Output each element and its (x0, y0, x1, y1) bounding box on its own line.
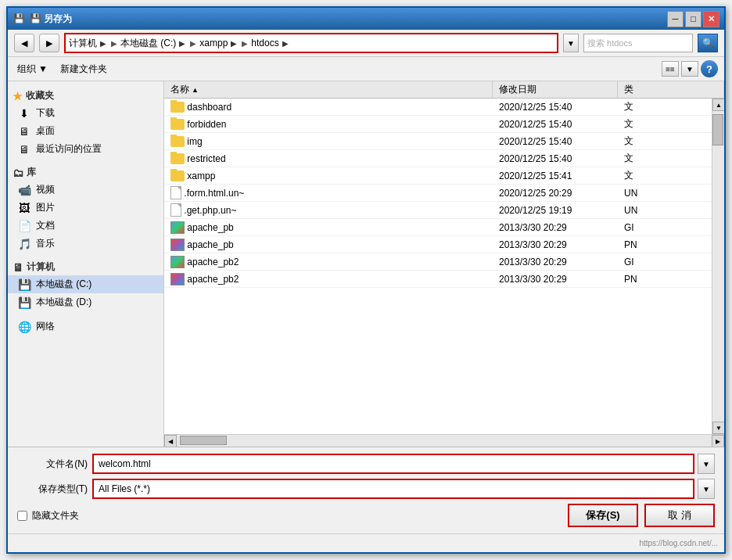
address-bar[interactable]: 计算机 ▶ ▶ 本地磁盘 (C:) ▶ ▶ xampp ▶ ▶ htdocs ▶ (64, 33, 558, 53)
table-row[interactable]: dashboard 2020/12/25 15:40 文 (164, 99, 712, 116)
table-row[interactable]: apache_pb 2013/3/30 20:29 GI (164, 219, 712, 236)
hide-folder-checkbox[interactable] (17, 511, 27, 521)
sidebar-section-network: 🌐 网络 (8, 318, 163, 336)
pictures-label: 图片 (36, 201, 55, 214)
help-button[interactable]: ? (701, 60, 718, 77)
search-input[interactable]: 搜索 htdocs (583, 34, 693, 52)
address-dropdown-computer[interactable]: ▶ (99, 38, 108, 48)
file-type-cell: PN (618, 272, 712, 286)
scroll-thumb[interactable] (712, 114, 723, 145)
save-button[interactable]: 保存(S) (568, 504, 638, 527)
sidebar-header-library[interactable]: 🗂 库 (8, 164, 163, 181)
filename-dropdown-button[interactable]: ▼ (698, 454, 715, 474)
vertical-scrollbar[interactable]: ▲ ▼ (712, 99, 724, 434)
filetype-row: 保存类型(T) All Files (*.*) ▼ (17, 479, 715, 499)
address-dropdown-c[interactable]: ▶ (178, 38, 187, 48)
sidebar-item-local-d[interactable]: 💾 本地磁盘 (D:) (8, 293, 163, 311)
table-row[interactable]: .form.html.un~ 2020/12/25 20:29 UN (164, 185, 712, 202)
file-date-cell: 2013/3/30 20:29 (493, 272, 618, 286)
address-segment-c[interactable]: 本地磁盘 (C:) ▶ (120, 37, 187, 50)
scroll-right-button[interactable]: ▶ (712, 435, 724, 447)
music-icon: 🎵 (17, 238, 31, 250)
file-name-cell: .get.php.un~ (164, 202, 493, 218)
filetype-label: 保存类型(T) (17, 483, 88, 496)
favorites-label: 收藏夹 (26, 89, 54, 102)
table-row[interactable]: apache_pb2 2013/3/30 20:29 PN (164, 271, 712, 288)
view-list-button[interactable]: ≡≡ (662, 61, 679, 77)
sidebar-header-favorites[interactable]: ★ 收藏夹 (8, 88, 163, 104)
sidebar-item-documents[interactable]: 📄 文档 (8, 217, 163, 235)
file-name-cell: dashboard (164, 100, 493, 114)
col-header-name[interactable]: 名称 ▲ (164, 81, 493, 98)
sidebar-item-download[interactable]: ⬇ 下载 (8, 104, 163, 122)
computer-icon: 🖥 (13, 261, 23, 274)
search-placeholder: 搜索 htdocs (587, 38, 632, 49)
sidebar-item-pictures[interactable]: 🖼 图片 (8, 199, 163, 217)
h-scroll-track (177, 435, 712, 447)
table-row[interactable]: forbidden 2020/12/25 15:40 文 (164, 116, 712, 133)
file-date-cell: 2013/3/30 20:29 (493, 238, 618, 252)
network-label: 网络 (36, 320, 55, 333)
minimize-button[interactable]: ─ (667, 11, 684, 27)
sidebar-item-music[interactable]: 🎵 音乐 (8, 235, 163, 253)
file-type-cell: UN (618, 186, 712, 200)
filename-label: 文件名(N) (17, 458, 88, 471)
sidebar-item-video[interactable]: 📹 视频 (8, 181, 163, 199)
col-date-label: 修改日期 (499, 83, 536, 96)
address-sep-2: ▶ (190, 39, 196, 48)
folder-icon (170, 171, 185, 181)
organize-button[interactable]: 组织 ▼ (14, 61, 51, 77)
table-row[interactable]: apache_pb2 2013/3/30 20:29 GI (164, 253, 712, 271)
sidebar-section-library: 🗂 库 📹 视频 🖼 图片 📄 文档 🎵 音乐 (8, 164, 163, 253)
file-date-cell: 2013/3/30 20:29 (493, 221, 618, 235)
music-label: 音乐 (36, 237, 55, 250)
filetype-value: All Files (*.*) (99, 483, 150, 494)
new-folder-button[interactable]: 新建文件夹 (57, 61, 110, 77)
scroll-track (712, 111, 724, 422)
address-segment-xampp[interactable]: xampp ▶ (199, 38, 239, 48)
table-row[interactable]: .get.php.un~ 2020/12/25 19:19 UN (164, 202, 712, 219)
sidebar-item-recent[interactable]: 🖥 最近访问的位置 (8, 140, 163, 158)
scroll-left-button[interactable]: ◀ (164, 435, 177, 447)
filetype-dropdown-button[interactable]: ▼ (698, 479, 715, 499)
file-type-cell: GI (618, 221, 712, 235)
file-list-scroll[interactable]: dashboard 2020/12/25 15:40 文 forbidden 2… (164, 99, 712, 434)
close-button[interactable]: ✕ (703, 11, 719, 27)
search-dropdown-button[interactable]: ▼ (563, 34, 579, 52)
file-name-text: .form.html.un~ (184, 188, 244, 199)
address-segment-htdocs[interactable]: htdocs ▶ (251, 38, 289, 48)
col-header-date[interactable]: 修改日期 (493, 81, 618, 98)
address-segment-computer[interactable]: 计算机 ▶ (69, 37, 108, 50)
table-row[interactable]: restricted 2020/12/25 15:40 文 (164, 150, 712, 167)
recent-icon: 🖥 (17, 143, 31, 156)
maximize-button[interactable]: □ (685, 11, 702, 27)
table-row[interactable]: img 2020/12/25 15:40 文 (164, 133, 712, 150)
filename-input[interactable] (92, 454, 694, 474)
address-label-c: 本地磁盘 (C:) (120, 37, 176, 50)
address-dropdown-htdocs[interactable]: ▶ (281, 38, 290, 48)
search-button[interactable]: 🔍 (698, 34, 718, 52)
sidebar-item-desktop[interactable]: 🖥 桌面 (8, 122, 163, 140)
sidebar-item-network[interactable]: 🌐 网络 (8, 318, 163, 336)
table-row[interactable]: apache_pb 2013/3/30 20:29 PN (164, 236, 712, 253)
address-dropdown-xampp[interactable]: ▶ (229, 38, 239, 48)
library-icon: 🗂 (13, 167, 23, 179)
sidebar-header-computer[interactable]: 🖥 计算机 (8, 259, 163, 275)
recent-label: 最近访问的位置 (36, 142, 102, 156)
scroll-down-button[interactable]: ▼ (712, 422, 724, 434)
col-header-type[interactable]: 类 (618, 81, 724, 98)
view-toggle-area: ≡≡ ▼ ? (662, 60, 718, 77)
back-button[interactable]: ◀ (14, 34, 34, 52)
forward-button[interactable]: ▶ (39, 34, 59, 52)
table-row[interactable]: xampp 2020/12/25 15:41 文 (164, 167, 712, 185)
cancel-button[interactable]: 取 消 (644, 504, 715, 527)
sidebar-item-local-c[interactable]: 💾 本地磁盘 (C:) (8, 275, 163, 293)
folder-icon (170, 153, 185, 164)
documents-icon: 📄 (17, 220, 31, 232)
file-type-cell: 文 (618, 99, 712, 115)
view-dropdown-button[interactable]: ▼ (681, 61, 698, 77)
secondary-toolbar: 组织 ▼ 新建文件夹 ≡≡ ▼ ? (8, 57, 724, 81)
download-icon: ⬇ (17, 107, 31, 120)
scroll-up-button[interactable]: ▲ (712, 99, 724, 111)
h-scroll-thumb[interactable] (180, 436, 227, 445)
